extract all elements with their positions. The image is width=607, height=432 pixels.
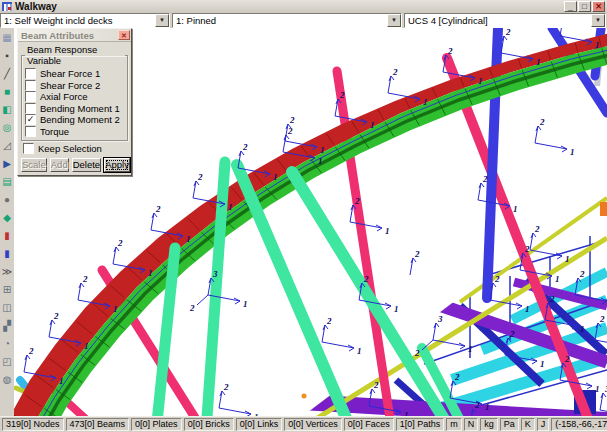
statusbar: 319[0] Nodes473[0] Beams0[0] Plates0[0] …	[0, 416, 607, 432]
ucs-value: UCS 4 [Cylindrical]	[405, 15, 591, 26]
svg-text:2: 2	[53, 311, 59, 321]
beam-response-group: Beam Response Variable Shear Force 1Shea…	[21, 44, 128, 141]
flag-blue-icon[interactable]: ▮	[1, 245, 13, 263]
chevron-down-icon[interactable]: ▼	[155, 14, 169, 27]
beam-attributes-dialog[interactable]: Beam Attributes ✕ Beam Response Variable…	[17, 28, 132, 176]
keep-selection-checkbox[interactable]: Keep Selection	[23, 144, 128, 154]
import-icon[interactable]: ▶	[1, 155, 13, 173]
status-segment: m	[446, 418, 462, 431]
status-segment: Pa	[500, 418, 519, 431]
apply-button[interactable]: Apply	[104, 158, 130, 172]
delete-button[interactable]: Delete	[72, 158, 101, 172]
axis-triad: 21	[535, 117, 575, 157]
surface-icon[interactable]: ■	[1, 83, 13, 101]
status-segment: 473[0] Beams	[66, 418, 130, 431]
svg-text:2: 2	[599, 314, 605, 324]
checkbox-box[interactable]	[25, 80, 36, 91]
svg-text:2: 2	[579, 269, 585, 279]
line-icon[interactable]: ╱	[1, 65, 13, 83]
copy-icon[interactable]: ≫	[1, 263, 13, 281]
point-icon[interactable]: ▪	[1, 47, 13, 65]
checkbox-box[interactable]	[23, 143, 34, 154]
svg-text:2: 2	[82, 274, 88, 284]
svg-text:1: 1	[423, 97, 428, 107]
mesh-icon[interactable]: ▞	[1, 317, 13, 335]
svg-text:1: 1	[59, 376, 64, 386]
svg-text:1: 1	[370, 120, 375, 130]
checkbox-label: Torque	[40, 126, 69, 137]
svg-text:1: 1	[243, 299, 248, 309]
minimize-button[interactable]: _	[564, 1, 577, 12]
checkbox-shear-force-1[interactable]: Shear Force 1	[25, 69, 125, 79]
checkbox-axial-force[interactable]: Axial Force	[25, 92, 125, 102]
checkbox-shear-force-2[interactable]: Shear Force 2	[25, 80, 125, 90]
close-button[interactable]: ✕	[592, 1, 605, 12]
dialog-titlebar[interactable]: Beam Attributes ✕	[18, 29, 131, 42]
scale-button: Scale	[21, 158, 47, 172]
checkbox-box[interactable]	[25, 68, 36, 79]
svg-text:1: 1	[513, 204, 518, 214]
accent-member	[600, 202, 607, 216]
slideline-icon[interactable]: ◿	[1, 137, 13, 155]
checkbox-label: Shear Force 1	[40, 68, 100, 79]
model-window-icon	[2, 2, 12, 11]
eraser-icon[interactable]: ▤	[1, 173, 13, 191]
svg-text:1: 1	[536, 57, 541, 67]
svg-text:1: 1	[468, 344, 473, 354]
checkbox-torque[interactable]: Torque	[25, 126, 125, 136]
svg-text:1: 1	[595, 384, 600, 394]
clock-icon[interactable]: ◔	[1, 335, 13, 353]
checkbox-bending-moment-2[interactable]: ✓Bending Moment 2	[25, 115, 125, 125]
svg-text:2: 2	[474, 400, 480, 410]
checkbox-box[interactable]	[25, 103, 36, 114]
checkbox-box[interactable]	[25, 91, 36, 102]
toolbar-combo-row: 1: Self Weight incld decks ▼ 1: Pinned ▼…	[0, 13, 607, 28]
group-title: Beam Response Variable	[25, 44, 125, 66]
svg-text:2: 2	[189, 303, 195, 313]
svg-text:1: 1	[320, 145, 325, 155]
volume-icon[interactable]: ◧	[1, 101, 13, 119]
view-icon[interactable]: ◰	[1, 353, 13, 371]
dialog-close-button[interactable]: ✕	[118, 30, 130, 40]
maximize-button[interactable]: □	[578, 1, 591, 12]
grid-icon[interactable]: ▦	[1, 29, 13, 47]
svg-text:2: 2	[454, 372, 460, 382]
svg-text:2: 2	[197, 172, 203, 182]
node-icon[interactable]: ●	[1, 191, 13, 209]
status-segment: kg	[480, 418, 498, 431]
ucs-combobox[interactable]: UCS 4 [Cylindrical] ▼	[404, 13, 606, 28]
svg-text:2: 2	[549, 294, 555, 304]
svg-text:2: 2	[354, 196, 360, 206]
stamp-icon[interactable]: ◍	[1, 371, 13, 389]
svg-text:3: 3	[212, 269, 218, 279]
attribute-combobox[interactable]: 1: Pinned ▼	[172, 13, 402, 28]
joint-icon[interactable]: ◎	[1, 119, 13, 137]
element-icon[interactable]: ◆	[1, 209, 13, 227]
svg-text:2: 2	[564, 354, 570, 364]
checkbox-box[interactable]	[25, 126, 36, 137]
frame-icon[interactable]: ◫	[1, 299, 13, 317]
teal-strut	[292, 172, 452, 417]
svg-text:1: 1	[580, 324, 585, 334]
titlebar[interactable]: Walkway _ □ ✕	[0, 0, 607, 14]
svg-text:2: 2	[482, 174, 488, 184]
chevron-down-icon[interactable]: ▼	[591, 14, 605, 27]
flag-red-icon[interactable]: ▮	[1, 227, 13, 245]
status-segment: J	[537, 418, 550, 431]
svg-text:2: 2	[223, 382, 229, 392]
checkbox-label: Shear Force 2	[40, 80, 100, 91]
table-icon[interactable]: ⊞	[1, 281, 13, 299]
svg-text:1: 1	[228, 202, 233, 212]
checkbox-label: Bending Moment 2	[40, 114, 120, 125]
model-viewport[interactable]: 2121212121212121212121212131221212131221…	[14, 28, 607, 417]
loadcase-combobox[interactable]: 1: Self Weight incld decks ▼	[0, 13, 170, 28]
checkbox-bending-moment-1[interactable]: Bending Moment 1	[25, 103, 125, 113]
node-marker	[302, 394, 307, 399]
deck-grillage[interactable]	[295, 198, 607, 417]
svg-text:1: 1	[148, 268, 153, 278]
checkbox-box[interactable]: ✓	[25, 114, 36, 125]
chevron-down-icon[interactable]: ▼	[387, 14, 401, 27]
svg-text:1: 1	[555, 274, 560, 284]
window-title: Walkway	[15, 1, 564, 12]
axis-triad: 21	[219, 382, 259, 417]
